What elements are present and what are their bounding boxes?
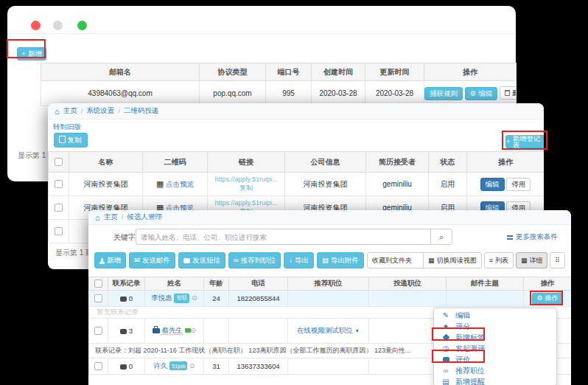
col-port: 端口号 (266, 63, 312, 81)
row-checkbox[interactable] (55, 227, 63, 235)
menu-item-start-assessment[interactable]: ◷发起测评 (434, 343, 556, 354)
detail-view-button[interactable]: ▦详细 (516, 252, 548, 268)
plus-icon: + (21, 50, 26, 58)
add-registration-form-button[interactable]: + 新增登记表 (505, 135, 544, 148)
name-cell: 河南投资集团 (69, 173, 143, 196)
add-candidate-button[interactable]: 新增 (94, 252, 126, 268)
breadcrumb-system-settings[interactable]: 系统设置 (86, 106, 114, 116)
contact-count-cell[interactable]: 0 (108, 358, 145, 375)
send-email-button[interactable]: ✉发送邮件 (129, 252, 175, 268)
minimize-window-icon[interactable] (53, 21, 63, 30)
select-all-checkbox[interactable] (55, 158, 63, 166)
card-view-button[interactable]: ⠿ (550, 252, 565, 268)
row-checkbox[interactable] (94, 327, 102, 335)
search-button[interactable]: ⌕ (430, 229, 452, 245)
copy-icon (60, 137, 66, 143)
row-checkbox[interactable] (55, 204, 63, 212)
switch-read-view-button[interactable]: ▦切换阅读视图 (423, 252, 482, 268)
video-icon[interactable] (185, 328, 191, 333)
recommend-to-job-button[interactable]: ∞推荐到职位 (228, 252, 281, 268)
window-titlebar (7, 6, 516, 34)
more-search-conditions-link[interactable]: 更多搜索条件 (507, 232, 558, 242)
row-checkbox[interactable] (94, 294, 102, 302)
edit-mailbox-button[interactable]: ⚙编辑 (465, 87, 498, 100)
select-all-cell (49, 152, 69, 173)
list-view-button[interactable]: ≡列表 (484, 252, 514, 268)
row-checkbox[interactable] (94, 362, 102, 370)
download-icon: ↓ (289, 257, 293, 264)
delete-mailbox-button[interactable]: 删除 (500, 86, 516, 100)
menu-item-add-tag[interactable]: 新增标签 (434, 332, 556, 343)
breadcrumb-candidates[interactable]: 候选人管理 (127, 212, 162, 222)
template-icon: ▤ (441, 378, 450, 385)
envelope-icon: ✉ (134, 257, 140, 264)
maximize-window-icon[interactable] (77, 21, 87, 30)
row-action-button[interactable]: ⚙操作 (532, 293, 562, 305)
gear-icon: ⚙ (470, 90, 477, 97)
chevron-down-icon: ▼ (354, 328, 360, 333)
col-protocol: 协议类型 (200, 63, 266, 81)
receiver-cell: geminiliu (366, 173, 429, 196)
link-cell[interactable]: https://apply.51ruipi...复制 (208, 173, 285, 196)
select-all-checkbox[interactable] (94, 280, 102, 288)
candidate-name-link[interactable]: 许久 (153, 361, 167, 370)
edit-button[interactable]: 编辑 (480, 178, 505, 191)
close-window-icon[interactable] (31, 21, 41, 30)
preview-link[interactable]: 点击预览 (166, 180, 194, 188)
home-icon: ⌂ (55, 107, 60, 116)
col-status: 状态 (429, 152, 467, 173)
old-version-link[interactable]: 转到旧版 (53, 122, 81, 132)
updated-cell: 2020-03-28 (365, 81, 424, 106)
breadcrumb: ⌂ 主页 / 系统设置 / 二维码投递 (48, 103, 544, 119)
contact-count-cell[interactable]: 3 (108, 319, 145, 344)
email-cell: 43984063@qq.com (41, 81, 200, 106)
col-link: 链接 (208, 152, 285, 173)
col-actions: 操作 (424, 63, 517, 81)
star-icon: ★ (441, 322, 450, 330)
row-action-dropdown-menu: ✎编辑 ★评分 新增标签 ◷发起测评 评价 ∞推荐职位 ▤新增提醒 (433, 308, 557, 385)
export-attachments-button[interactable]: ▤导出附件 (317, 252, 364, 268)
name-cell: 李悦惠 智联 ⊙ (145, 291, 204, 307)
menu-item-add-reminder[interactable]: ▤新增提醒 (434, 376, 556, 385)
col-resume-receiver: 简历接受者 (366, 152, 429, 173)
add-mailbox-button[interactable]: + 新增 (17, 47, 46, 60)
row-checkbox[interactable] (55, 180, 63, 188)
breadcrumb-qrcode-delivery[interactable]: 二维码投递 (124, 106, 159, 116)
status-cell: 启用 (429, 173, 467, 196)
menu-item-score[interactable]: ★评分 (434, 321, 556, 332)
name-cell: 蔡先生 ⊙ (145, 319, 204, 344)
name-cell: 许久 51job ⊙ (145, 358, 204, 375)
menu-item-edit[interactable]: ✎编辑 (434, 310, 556, 321)
copy-button[interactable]: 复制 (54, 133, 88, 148)
candidate-row: 0 李悦惠 智联 ⊙ 24 18220855844 ⚙操作 (89, 291, 572, 307)
capture-rule-button[interactable]: 捕获规则 (424, 87, 463, 100)
disable-button[interactable]: 停用 (506, 178, 531, 191)
candidate-name-link[interactable]: 李悦惠 (151, 294, 172, 302)
menu-item-recommend-job[interactable]: ∞推荐职位 (434, 365, 556, 376)
person-icon (99, 261, 105, 264)
phone-cell: 18220855844 (229, 291, 288, 307)
qrcode-icon: ▦ (156, 179, 164, 188)
gear-icon: ⚙ (536, 295, 542, 302)
copy-link[interactable]: 复制 (239, 184, 253, 192)
recommended-job-link[interactable]: 在线视频测试职位 ▼ (297, 326, 360, 334)
eye-icon[interactable]: ⊙ (189, 362, 195, 370)
menu-item-comment[interactable]: 评价 (434, 354, 556, 365)
send-sms-button[interactable]: 发送短信 (178, 252, 225, 268)
mailbox-table: 邮箱名 协议类型 端口号 创建时间 更新时间 操作 43984063@qq.co… (41, 63, 517, 106)
clock-icon: ◷ (441, 344, 450, 353)
paperclip-icon: ∞ (234, 257, 239, 264)
source-badge: 51job (169, 361, 187, 370)
chat-bubble-icon (441, 357, 450, 362)
actions-cell: ⚙操作 (524, 291, 572, 307)
view-switch-group: ▦切换阅读视图 ≡列表 ▦详细 ⠿ (423, 252, 565, 268)
eye-icon[interactable]: ⊙ (192, 294, 197, 302)
contact-count-cell[interactable]: 0 (108, 291, 145, 307)
pencil-icon: ✎ (441, 311, 450, 319)
export-button[interactable]: ↓导出 (284, 252, 314, 268)
tag-icon (441, 335, 450, 340)
breadcrumb-home[interactable]: 主页 (63, 106, 77, 116)
candidate-name-link[interactable]: 蔡先生 (161, 326, 183, 335)
breadcrumb-home[interactable]: 主页 (104, 212, 118, 222)
keyword-search-input[interactable] (136, 229, 430, 245)
